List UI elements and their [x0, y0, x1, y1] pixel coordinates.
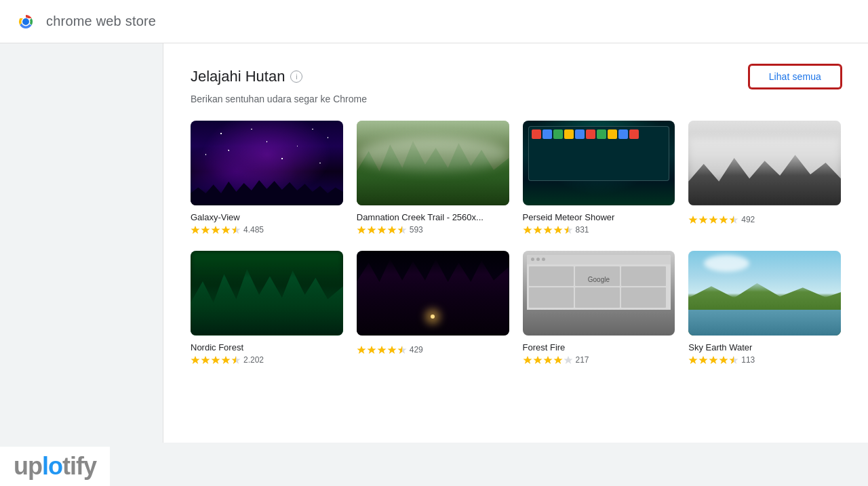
item-thumbnail: [523, 121, 675, 205]
item-name: Sky Earth Water: [688, 342, 841, 352]
star-full: [201, 225, 210, 235]
item-name: Damnation Creek Trail - 2560x...: [357, 212, 509, 222]
star-full: [221, 355, 231, 365]
item-card[interactable]: Google Forest Fire 217: [523, 251, 675, 365]
star-full: [553, 355, 563, 365]
svg-marker-13: [397, 226, 406, 234]
star-full: [533, 355, 542, 365]
star-half: [231, 355, 241, 365]
section-header: Jelajahi Hutan i Lihat semua: [191, 65, 841, 88]
sidebar: [0, 43, 163, 443]
item-count: 217: [576, 355, 589, 365]
svg-marker-15: [533, 226, 542, 234]
item-name: Nordic Forest: [191, 342, 343, 352]
svg-marker-16: [543, 226, 552, 234]
star-full: [367, 345, 376, 355]
watermark-text: uplotify: [14, 452, 96, 480]
svg-marker-33: [397, 346, 406, 354]
item-count: 593: [410, 225, 423, 235]
watermark-lo: lo: [42, 452, 62, 480]
star-full: [357, 225, 366, 235]
item-thumbnail: [357, 251, 509, 336]
item-rating: 4.485: [191, 225, 343, 235]
star-empty: [564, 355, 573, 365]
item-rating: 593: [357, 225, 509, 235]
svg-marker-18: [564, 226, 572, 234]
item-rating: 2.202: [191, 355, 343, 365]
item-count: 4.485: [243, 225, 264, 235]
main-content: Jelajahi Hutan i Lihat semua Berikan sen…: [163, 43, 868, 443]
item-card[interactable]: 429: [357, 251, 509, 365]
item-count: 113: [741, 355, 755, 365]
svg-marker-31: [377, 346, 386, 354]
item-card[interactable]: Galaxy-View 4.485: [191, 121, 343, 235]
item-rating: 492: [688, 215, 841, 224]
item-rating: 429: [357, 345, 509, 355]
chrome-logo: [14, 9, 38, 34]
svg-marker-35: [533, 356, 542, 364]
section-title-group: Jelajahi Hutan i: [191, 68, 302, 85]
star-full: [191, 225, 200, 235]
star-half: [397, 345, 407, 355]
star-full: [688, 215, 698, 224]
star-full: [377, 225, 387, 235]
item-card[interactable]: Damnation Creek Trail - 2560x... 593: [357, 121, 509, 235]
item-stars: [523, 225, 573, 235]
section-subtitle: Berikan sentuhan udara segar ke Chrome: [191, 94, 841, 104]
svg-marker-10: [367, 226, 376, 234]
item-thumbnail: [688, 121, 841, 205]
svg-marker-43: [730, 356, 738, 364]
svg-marker-36: [543, 356, 552, 364]
svg-marker-12: [387, 226, 396, 234]
star-full: [709, 215, 718, 224]
info-icon[interactable]: i: [290, 70, 302, 83]
svg-marker-19: [689, 216, 698, 224]
svg-marker-40: [699, 356, 708, 364]
svg-marker-24: [191, 356, 200, 364]
item-card[interactable]: Nordic Forest 2.202: [191, 251, 343, 365]
svg-marker-6: [212, 226, 220, 234]
header: chrome web store: [0, 0, 868, 43]
star-half: [564, 225, 573, 235]
item-thumbnail: Google: [523, 251, 675, 336]
star-full: [367, 225, 376, 235]
star-full: [377, 345, 387, 355]
svg-marker-9: [357, 226, 366, 234]
see-all-button[interactable]: Lihat semua: [749, 65, 841, 88]
svg-marker-39: [689, 356, 698, 364]
star-half: [729, 215, 738, 224]
svg-marker-25: [201, 356, 210, 364]
star-full: [387, 225, 397, 235]
item-card[interactable]: Sky Earth Water 113: [688, 251, 841, 365]
star-full: [387, 345, 397, 355]
svg-marker-17: [553, 226, 562, 234]
item-thumbnail: [357, 121, 509, 205]
star-full: [523, 225, 532, 235]
star-full: [523, 355, 532, 365]
items-grid: Galaxy-View 4.485 Damnation Creek Trail …: [191, 121, 841, 365]
svg-marker-21: [709, 216, 718, 224]
item-card[interactable]: 492: [688, 121, 841, 235]
watermark-tify: tify: [62, 452, 96, 480]
svg-marker-8: [232, 226, 241, 234]
item-thumbnail: [191, 251, 343, 336]
star-full: [201, 355, 210, 365]
item-rating: 217: [523, 355, 675, 365]
star-full: [698, 215, 708, 224]
item-rating: 831: [523, 225, 675, 235]
star-full: [543, 355, 553, 365]
svg-marker-42: [719, 356, 728, 364]
svg-marker-22: [719, 216, 728, 224]
svg-marker-29: [357, 346, 366, 354]
item-name: Perseid Meteor Shower: [523, 212, 675, 222]
svg-marker-26: [212, 356, 220, 364]
star-full: [698, 355, 708, 365]
item-card[interactable]: Perseid Meteor Shower 831: [523, 121, 675, 235]
star-full: [211, 225, 220, 235]
item-count: 831: [576, 225, 589, 235]
star-half: [231, 225, 241, 235]
item-count: 429: [410, 345, 423, 355]
header-title: chrome web store: [46, 14, 156, 29]
item-name: Galaxy-View: [191, 212, 343, 222]
watermark: uplotify: [0, 447, 110, 486]
